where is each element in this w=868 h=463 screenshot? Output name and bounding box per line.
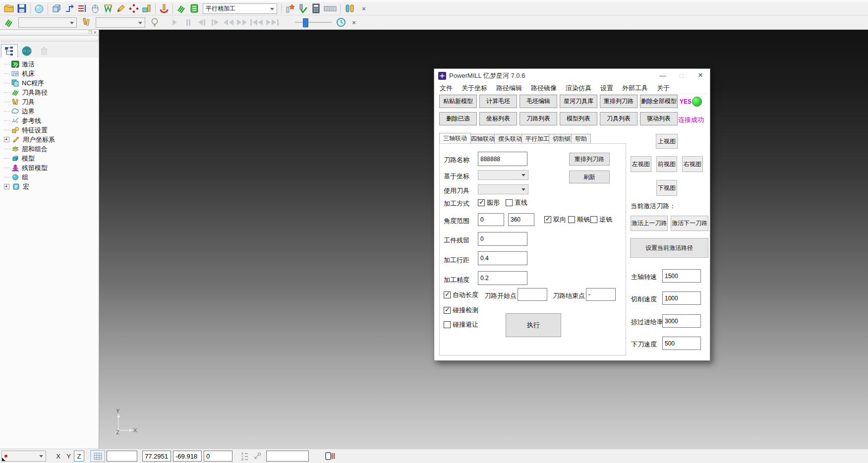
sim-tool-dropdown[interactable] [96, 17, 145, 28]
menu-about[interactable]: 关于 [652, 82, 674, 94]
tree-item-model[interactable]: 模型 [0, 154, 99, 163]
tree-item-nc-program[interactable]: NC程序 [0, 78, 99, 88]
cutting-speed-input[interactable] [662, 291, 701, 305]
tolerance-input[interactable] [478, 271, 527, 285]
pause-queue-button[interactable] [323, 450, 338, 463]
sim-clock-button[interactable] [335, 16, 347, 29]
step-back-button[interactable] [195, 17, 208, 28]
refresh-button[interactable]: 刷新 [569, 171, 610, 183]
toolpath-name-input[interactable] [478, 152, 527, 166]
dock-window-icon[interactable]: ❐ [88, 31, 92, 35]
maximize-button[interactable]: □ [672, 69, 691, 82]
dock-close-icon[interactable]: ✕ [93, 31, 97, 35]
tool-star-button[interactable] [284, 2, 296, 15]
collision-check-button[interactable] [102, 2, 115, 15]
collision-avoid-checkbox[interactable]: 碰撞避让 [444, 320, 478, 329]
shaded-view-button[interactable] [33, 2, 46, 15]
tool-verify-button[interactable] [296, 2, 309, 15]
skim-feed-input[interactable] [662, 314, 701, 328]
tool-use-dropdown[interactable] [478, 184, 528, 194]
tolerance-status-input[interactable] [266, 451, 309, 462]
calc-stock-button[interactable]: 计算毛坯 [479, 95, 517, 108]
strategy-dropdown[interactable]: 平行精加工 [203, 3, 277, 14]
play-button[interactable] [168, 17, 181, 28]
tree-item-workplanes[interactable]: 用户坐标系 [0, 135, 99, 144]
tool-library-button[interactable]: 星河刀具库 [560, 95, 597, 108]
menu-file[interactable]: 文件 [435, 82, 457, 94]
stock-remain-input[interactable] [478, 232, 527, 246]
tab-explorer-tree[interactable] [1, 44, 18, 58]
paste-model-button[interactable]: 粘贴新模型 [439, 95, 477, 108]
toolpath-create-button[interactable] [63, 2, 76, 15]
bidirectional-checkbox[interactable]: 双向 [544, 215, 566, 224]
view-right-button[interactable]: 右视图 [682, 156, 703, 172]
view-front-button[interactable]: 前视图 [656, 156, 677, 172]
tree-item-stock-model[interactable]: 残留模型 [0, 163, 99, 173]
activate-prev-toolpath-button[interactable]: 激活上一刀路 [631, 216, 668, 231]
sim-toolpath-dropdown[interactable] [18, 17, 77, 28]
tree-item-toolpaths[interactable]: 刀具路径 [0, 88, 99, 97]
model-list-button[interactable]: 模型列表 [560, 112, 597, 125]
tree-item-pattern[interactable]: 参考线 [0, 116, 99, 125]
menu-settings[interactable]: 设置 [596, 82, 618, 94]
tree-item-group[interactable]: 组 [0, 173, 99, 182]
mode-circular-checkbox[interactable]: 圆形 [478, 198, 500, 207]
tree-item-activate[interactable]: 激活 [0, 59, 99, 69]
edit-stock-button[interactable]: 毛坯编辑 [520, 95, 557, 108]
tools-pair-button[interactable] [343, 2, 357, 15]
drive-list-button[interactable]: 驱动列表 [640, 112, 678, 125]
delete-all-models-button[interactable]: 删除全部模型 [640, 95, 678, 108]
coord-x-input[interactable] [142, 451, 171, 462]
tool-holder-button[interactable] [158, 2, 171, 15]
auto-length-checkbox[interactable]: 自动长度 [444, 290, 478, 299]
tree-item-boundary[interactable]: 边界 [0, 107, 99, 116]
coord-base-dropdown[interactable] [478, 170, 528, 180]
calculator-button[interactable] [309, 2, 322, 15]
tree-expander-icon[interactable] [4, 137, 9, 142]
coord-z-input[interactable] [204, 451, 232, 462]
save-button[interactable] [15, 2, 28, 15]
climb-mill-checkbox[interactable]: 顺铣 [568, 215, 590, 224]
coord-y-input[interactable] [173, 451, 202, 462]
view-bottom-button[interactable]: 下视图 [656, 180, 677, 196]
strategy-list-button[interactable] [188, 2, 201, 15]
tree-item-tools[interactable]: 刀具 [0, 97, 99, 107]
keyboard-button[interactable] [322, 2, 338, 15]
dock-grip-bar[interactable]: ❐ ✕ [0, 30, 99, 36]
delete-selected-button[interactable]: 删除已选 [439, 112, 477, 125]
rapid-moves-button[interactable] [76, 2, 89, 15]
dock-grip-bar[interactable] [0, 36, 99, 42]
angle-to-input[interactable] [508, 213, 534, 226]
block-button[interactable] [50, 2, 63, 15]
stepover-input[interactable] [478, 251, 527, 265]
sim-speed-slider[interactable] [295, 18, 332, 27]
spindle-speed-input[interactable] [662, 269, 701, 283]
collision-check-checkbox[interactable]: 碰撞检测 [444, 306, 478, 315]
sim-light-button[interactable] [148, 16, 161, 29]
rearrange-toolpaths-button[interactable]: 重排列刀路 [600, 95, 637, 108]
draw-colour-dropdown[interactable] [1, 451, 46, 462]
execute-button[interactable]: 执行 [506, 313, 561, 337]
sim-close-button[interactable]: × [347, 16, 360, 29]
axis-z-button[interactable]: Z [74, 451, 84, 462]
tree-item-macro[interactable]: 宏 [0, 182, 99, 191]
toolpath-spring-button[interactable] [175, 2, 188, 15]
tab-3axis[interactable]: 三轴联动 [439, 133, 471, 143]
plunge-speed-input[interactable] [662, 337, 701, 350]
axis-x-button[interactable]: X [53, 451, 63, 462]
mode-linear-checkbox[interactable]: 直线 [506, 198, 527, 207]
grid-toggle-button[interactable] [90, 450, 105, 462]
fast-forward-button[interactable] [235, 17, 248, 28]
axis-y-button[interactable]: Y [63, 451, 74, 462]
tool-block-button[interactable] [140, 2, 153, 15]
view-left-button[interactable]: 左视图 [631, 156, 651, 172]
angle-from-input[interactable] [478, 213, 504, 226]
pause-button[interactable] [181, 17, 195, 28]
set-active-path-button[interactable]: 设置当前激活路径 [630, 238, 708, 258]
coord-list-button[interactable]: 坐标列表 [479, 112, 517, 125]
menu-coords[interactable]: 关于坐标 [457, 82, 492, 94]
tab-help[interactable]: 帮助 [571, 134, 591, 143]
open-button[interactable] [2, 2, 15, 15]
rewind-button[interactable] [222, 17, 235, 28]
edit-toolpath-button[interactable] [115, 2, 127, 15]
